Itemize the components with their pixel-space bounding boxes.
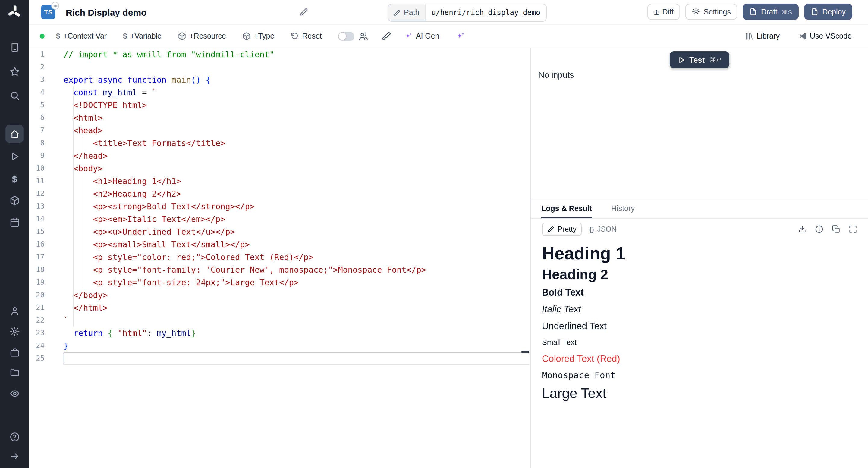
inputs-panel: Test ⌘↵ No inputs	[531, 48, 868, 200]
json-view-button[interactable]: {} JSON	[584, 223, 621, 236]
code-line[interactable]: // import * as wmill from "windmill-clie…	[64, 48, 426, 61]
sidebar-item-users[interactable]	[5, 303, 24, 318]
library-button[interactable]: Library	[745, 32, 780, 40]
code-line[interactable]: <p><u>Underlined Text</u></p>	[64, 226, 426, 238]
collapse-sidebar-icon[interactable]	[5, 449, 24, 463]
tab-logs-result[interactable]: Logs & Result	[541, 200, 592, 218]
code-line[interactable]: <h1>Heading 1</h1>	[64, 175, 426, 187]
add-type-button[interactable]: +Type	[242, 32, 275, 40]
typescript-badge: TS	[41, 5, 56, 19]
code-line[interactable]: <p style="font-family: 'Courier New', mo…	[64, 264, 426, 276]
code-line[interactable]: <p><small>Small Text</small></p>	[64, 238, 426, 251]
code-line[interactable]: <title>Text Formats</title>	[64, 137, 426, 150]
current-line-highlight	[63, 352, 529, 365]
sidebar-item-variables[interactable]: $	[5, 171, 24, 186]
gear-icon	[692, 8, 700, 16]
format-brush-icon[interactable]	[381, 31, 391, 41]
code-line[interactable]: <!DOCTYPE html>	[64, 99, 426, 112]
expand-icon[interactable]	[849, 225, 857, 233]
code-line[interactable]: `	[64, 314, 426, 327]
code-line[interactable]: <head>	[64, 124, 426, 137]
sidebar-item-runs[interactable]	[5, 149, 24, 164]
code-token: <h1>Heading 1</h1>	[64, 176, 181, 186]
sidebar-item-favorites[interactable]	[5, 64, 24, 79]
pretty-view-button[interactable]: Pretty	[542, 223, 582, 236]
code-line[interactable]: export async function main() {	[64, 74, 426, 86]
code-token	[201, 75, 206, 84]
line-number: 21	[29, 301, 44, 314]
code-line[interactable]	[64, 61, 426, 74]
sidebar-item-search[interactable]	[5, 88, 24, 103]
deploy-button[interactable]: Deploy	[804, 4, 852, 20]
code-line[interactable]: return { "html": my_html}	[64, 327, 426, 340]
result-italic: Italic Text	[542, 304, 857, 315]
toolbar-right: Library Use VScode	[727, 32, 852, 40]
code-token: <title>Text Formats</title>	[64, 138, 225, 148]
add-resource-button[interactable]: +Resource	[178, 32, 226, 40]
code-token	[113, 328, 118, 338]
copy-icon[interactable]	[832, 225, 840, 233]
line-number: 3	[29, 74, 44, 86]
scrollbar-marker[interactable]	[521, 351, 529, 353]
code-line[interactable]: <p style="font-size: 24px;">Large Text</…	[64, 276, 426, 289]
users-icon[interactable]	[359, 31, 368, 41]
sidebar-item-guide[interactable]	[5, 40, 24, 54]
code-token: <head>	[64, 125, 103, 135]
code-line[interactable]: <html>	[64, 112, 426, 124]
add-variable-button[interactable]: $ +Variable	[123, 32, 161, 40]
reset-button[interactable]: Reset	[290, 32, 321, 40]
download-icon[interactable]	[798, 225, 807, 233]
sidebar-item-resources[interactable]	[5, 193, 24, 207]
sidebar-item-schedules[interactable]	[5, 215, 24, 229]
ai-gen-button[interactable]: AI Gen	[404, 32, 439, 40]
code-line[interactable]: </body>	[64, 289, 426, 301]
code-editor[interactable]: 1234567891011121314151617181920212223242…	[29, 48, 531, 468]
code-token: return	[73, 328, 103, 338]
line-number: 16	[29, 238, 44, 251]
code-line[interactable]: <p style="color: red;">Colored Text (Red…	[64, 251, 426, 264]
sidebar-item-settings[interactable]	[5, 324, 24, 338]
code-token: async	[98, 75, 122, 84]
code-line[interactable]: }	[64, 340, 426, 352]
add-context-var-button[interactable]: $ +Context Var	[56, 32, 107, 40]
settings-button[interactable]: Settings	[686, 4, 738, 20]
code-line[interactable]: <body>	[64, 162, 426, 175]
code-token: <html>	[64, 113, 103, 122]
line-number: 23	[29, 327, 44, 340]
code-line[interactable]: </head>	[64, 150, 426, 162]
sparkles-icon[interactable]	[456, 31, 465, 41]
code-line[interactable]: <p><strong>Bold Text</strong></p>	[64, 200, 426, 213]
path-field-group: Path u/henri/rich_display_demo	[388, 4, 547, 22]
test-button[interactable]: Test ⌘↵	[670, 51, 730, 68]
braces-icon: {}	[589, 226, 594, 233]
windmill-logo-icon[interactable]	[7, 4, 22, 20]
line-number: 14	[29, 213, 44, 226]
sidebar-item-home[interactable]	[5, 125, 24, 143]
code-lines[interactable]: // import * as wmill from "windmill-clie…	[64, 48, 426, 365]
code-token	[98, 87, 103, 97]
sidebar-item-audit-logs[interactable]	[5, 386, 24, 401]
sidebar-item-workers[interactable]	[5, 345, 24, 359]
code-token: `	[64, 315, 68, 325]
diff-button[interactable]: ± Diff	[647, 4, 680, 20]
code-line[interactable]: <p><em>Italic Text</em></p>	[64, 213, 426, 226]
tab-history[interactable]: History	[611, 200, 635, 218]
diff-mode-toggle[interactable]	[338, 32, 354, 41]
result-small: Small Text	[542, 339, 857, 347]
code-token: }	[64, 341, 68, 350]
edit-summary-pencil-icon[interactable]	[300, 7, 309, 16]
path-label[interactable]: Path	[388, 8, 425, 17]
code-line[interactable]: <h2>Heading 2</h2>	[64, 187, 426, 200]
code-line[interactable]: const my_html = `	[64, 86, 426, 99]
code-line[interactable]: </html>	[64, 301, 426, 314]
line-number: 7	[29, 124, 44, 137]
path-input[interactable]: u/henri/rich_display_demo	[425, 4, 546, 21]
library-icon	[745, 32, 754, 40]
help-icon[interactable]	[5, 430, 24, 444]
sidebar-item-folders[interactable]	[5, 365, 24, 379]
code-token	[122, 75, 127, 84]
draft-button[interactable]: Draft ⌘S	[743, 4, 799, 20]
line-number: 17	[29, 251, 44, 264]
use-vscode-button[interactable]: Use VScode	[798, 32, 852, 40]
info-icon[interactable]	[815, 225, 824, 233]
